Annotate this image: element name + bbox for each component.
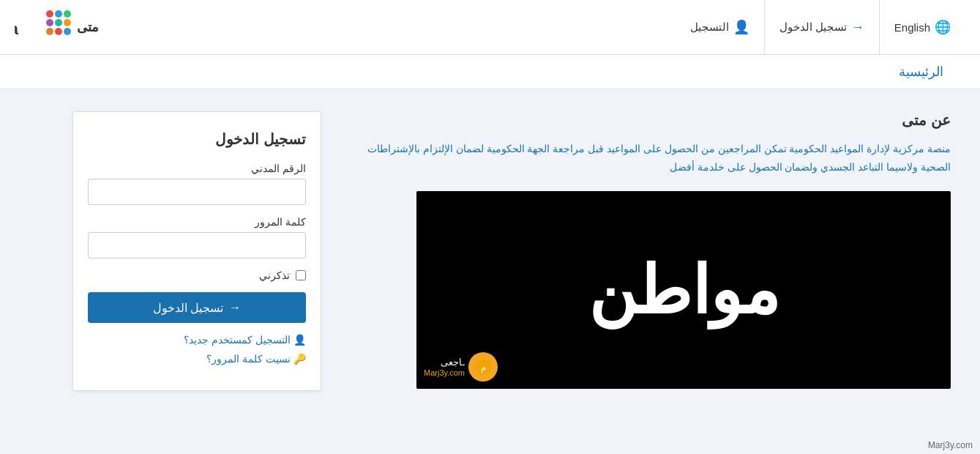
svg-text:meta: meta [15,20,19,38]
breadcrumb: الرئيسية [22,64,958,80]
nav-language[interactable]: 🌐 English [880,0,965,55]
remember-checkbox[interactable] [296,270,306,280]
globe-icon: 🌐 [935,19,951,35]
register-icon-link: 👤 [293,334,306,346]
svg-point-6 [46,28,53,35]
login-button[interactable]: → تسجيل الدخول [88,292,306,323]
civil-id-input[interactable] [88,179,306,205]
civil-id-group: الرقم المدني [88,163,306,205]
key-icon: 🔑 [293,353,306,365]
login-title: تسجيل الدخول [88,130,306,148]
password-group: كلمة المرور [88,216,306,258]
login-icon: → [851,20,864,35]
forgot-password-label: نسيت كلمة المرور؟ [206,353,291,365]
svg-point-4 [55,19,62,26]
footer-watermark: Marj3y.com [928,440,973,450]
image-watermark: م ـاجعى Marj3y.com [424,352,498,382]
svg-point-0 [46,10,53,18]
about-title: عن متى [351,111,951,129]
breadcrumb-bar: الرئيسية [0,55,980,89]
svg-point-7 [55,28,62,35]
register-nav-label: التسجيل [690,21,729,34]
password-input[interactable] [88,232,306,258]
main-content: عن متى منصة مركزية لإدارة المواعيد الحكو… [0,89,980,454]
login-section: تسجيل الدخول الرقم المدني كلمة المرور تذ… [72,111,321,391]
svg-text:م: م [480,362,485,373]
register-new-label: التسجيل كمستخدم جديد؟ [184,334,291,346]
hero-image: مواطن م ـاجعى Marj3y.com [416,191,951,389]
about-section: عن متى منصة مركزية لإدارة المواعيد الحكو… [351,111,951,433]
top-navigation: 🌐 English → تسجيل الدخول 👤 التسجيل متى [0,0,980,55]
login-arrow-icon: → [229,301,241,314]
site-logo: متى meta [15,5,99,49]
register-new-link[interactable]: 👤 التسجيل كمستخدم جديد؟ [88,334,306,346]
forgot-password-link[interactable]: 🔑 نسيت كلمة المرور؟ [88,353,306,365]
watermark-text: ـاجعى Marj3y.com [424,357,465,378]
hero-text: مواطن [588,252,779,329]
password-label: كلمة المرور [88,216,306,228]
login-btn-label: تسجيل الدخول [153,301,223,315]
remember-me-group: تذكرني [88,269,306,281]
breadcrumb-label[interactable]: الرئيسية [899,64,943,79]
remember-label: تذكرني [259,269,290,281]
svg-point-3 [46,19,53,26]
bottom-watermark: Marj3y.com [928,440,973,450]
watermark-icon: م [468,352,498,382]
register-icon: 👤 [733,19,749,35]
logo-arabic-text: متى [77,19,99,35]
logo-icon: meta [15,5,73,49]
about-description: منصة مركزية لإدارة المواعيد الحكومية تمك… [351,140,951,176]
language-label: English [894,21,930,34]
svg-point-8 [64,28,71,35]
nav-register[interactable]: 👤 التسجيل [676,0,765,55]
svg-point-2 [64,10,71,18]
nav-login[interactable]: → تسجيل الدخول [765,0,880,55]
svg-point-5 [64,19,71,26]
svg-point-1 [55,10,62,18]
nav-links: 🌐 English → تسجيل الدخول 👤 التسجيل [676,0,965,55]
civil-id-label: الرقم المدني [88,163,306,174]
login-nav-label: تسجيل الدخول [779,21,847,34]
